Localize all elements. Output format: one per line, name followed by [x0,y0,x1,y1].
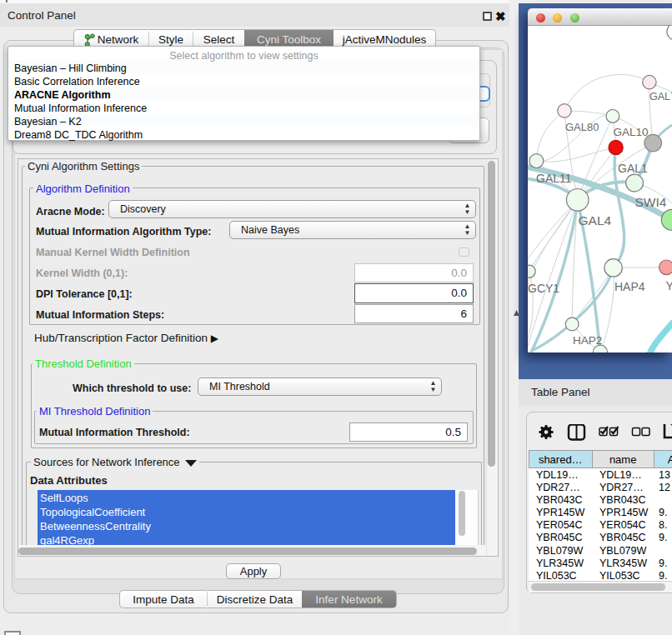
svg-text:GAL11: GAL11 [536,172,572,185]
svg-text:HAP4: HAP4 [614,280,645,293]
svg-text:GAL80: GAL80 [565,121,599,133]
svg-text:Y: Y [666,279,672,292]
svg-text:GAL10: GAL10 [614,126,649,138]
svg-text:SWI4: SWI4 [635,195,667,209]
svg-text:GAL4: GAL4 [579,213,612,228]
svg-text:GAL7: GAL7 [649,91,672,102]
svg-text:GCY1: GCY1 [528,282,559,295]
svg-text:GAL1: GAL1 [618,162,648,175]
svg-text:HAP2: HAP2 [573,334,602,347]
